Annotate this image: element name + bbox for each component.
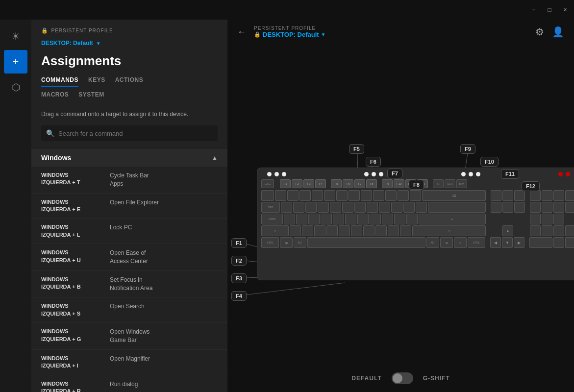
key-f6[interactable]: F6 <box>343 179 353 188</box>
key-num-sub[interactable] <box>565 190 574 201</box>
key-i[interactable] <box>367 202 378 213</box>
key-semicol[interactable] <box>394 214 405 224</box>
key-n[interactable] <box>351 225 362 236</box>
fkey-f1-label[interactable]: F1 <box>231 238 247 248</box>
key-rctrl[interactable]: CTRL <box>468 237 485 248</box>
key-lctrl[interactable]: CTRL <box>261 237 279 248</box>
key-enter[interactable]: ↵ <box>419 214 486 224</box>
key-space[interactable] <box>307 237 425 248</box>
key-comma[interactable] <box>375 225 387 236</box>
key-num-enter-2[interactable] <box>565 237 574 248</box>
key-pgup[interactable] <box>514 190 525 201</box>
minimize-button[interactable]: − <box>530 6 538 14</box>
key-rbracket[interactable] <box>416 202 427 213</box>
key-slash[interactable] <box>400 225 411 236</box>
key-f7[interactable]: F7 <box>354 179 365 188</box>
key-u[interactable] <box>354 202 366 213</box>
key-scroll[interactable]: SCR <box>445 179 455 188</box>
profile-name-2[interactable]: DESKTOP: Default <box>263 31 319 38</box>
key-num-add[interactable] <box>565 202 574 213</box>
tab-keys[interactable]: KEYS <box>88 76 105 87</box>
command-item[interactable]: WINDOWSIZQUIERDA + G Open WindowsGame Ba… <box>31 323 227 350</box>
key-rwin[interactable]: ⊞ <box>440 237 453 248</box>
key-q[interactable] <box>281 202 292 213</box>
key-prtsc[interactable]: PRT <box>433 179 444 188</box>
key-p[interactable] <box>391 202 402 213</box>
key-num3[interactable] <box>553 225 564 236</box>
key-b[interactable] <box>339 225 350 236</box>
command-item[interactable]: WINDOWSIZQUIERDA + B Set Focus inNotific… <box>31 271 227 298</box>
key-d[interactable] <box>308 214 320 224</box>
key-o[interactable] <box>379 202 390 213</box>
fkey-f5-label[interactable]: F5 <box>349 144 364 154</box>
fkey-f4-label[interactable]: F4 <box>231 291 247 301</box>
key-v[interactable] <box>326 225 338 236</box>
key-g[interactable] <box>333 214 344 224</box>
key-tab[interactable]: TAB <box>261 202 280 213</box>
key-numlock[interactable] <box>530 190 541 201</box>
key-backspace[interactable]: ⌫ <box>422 190 486 201</box>
key-lalt[interactable]: ALT <box>294 237 306 248</box>
user-icon[interactable]: 👤 <box>552 26 564 38</box>
mode-toggle[interactable] <box>392 372 413 384</box>
key-l[interactable] <box>382 214 393 224</box>
key-tilde[interactable] <box>261 190 274 201</box>
key-lshift[interactable]: ⇧ <box>261 225 289 236</box>
key-z[interactable] <box>290 225 301 236</box>
sidebar-item-layers[interactable]: ⬡ <box>4 75 27 99</box>
key-f8[interactable]: F8 <box>366 179 377 188</box>
tab-system[interactable]: SYSTEM <box>78 91 104 102</box>
key-9[interactable] <box>373 190 384 201</box>
key-num4[interactable] <box>530 214 541 224</box>
key-f[interactable] <box>321 214 332 224</box>
key-menu[interactable]: ≡ <box>454 237 467 248</box>
key-num5[interactable] <box>542 214 552 224</box>
key-f1[interactable]: F1 <box>280 179 291 188</box>
category-windows-header[interactable]: Windows ▲ <box>31 149 227 167</box>
sidebar-item-assignments[interactable]: + <box>4 50 27 74</box>
fkey-f12-label[interactable]: F12 <box>522 181 540 191</box>
key-lbracket[interactable] <box>403 202 415 213</box>
key-num1[interactable] <box>530 225 541 236</box>
key-num-enter[interactable] <box>565 225 574 236</box>
key-home[interactable] <box>502 190 513 201</box>
key-num0[interactable] <box>529 237 552 248</box>
key-j[interactable] <box>357 214 369 224</box>
fkey-f3-label[interactable]: F3 <box>231 273 247 283</box>
key-0[interactable] <box>385 190 397 201</box>
key-a[interactable] <box>284 214 295 224</box>
key-period[interactable] <box>388 225 399 236</box>
key-pause[interactable]: BRK <box>456 179 467 188</box>
fkey-f7-label[interactable]: F7 <box>387 169 402 178</box>
tab-actions[interactable]: ACTIONS <box>115 76 144 87</box>
command-item[interactable]: WINDOWSIZQUIERDA + U Open Ease ofAccess … <box>31 244 227 271</box>
gear-icon[interactable]: ⚙ <box>535 26 544 38</box>
key-minus[interactable] <box>398 190 409 201</box>
key-num8[interactable] <box>542 202 552 213</box>
key-f3[interactable]: F3 <box>303 179 314 188</box>
key-3[interactable] <box>299 190 311 201</box>
key-f5[interactable]: F5 <box>331 179 342 188</box>
key-f9[interactable]: F9 <box>382 179 393 188</box>
command-item[interactable]: WINDOWSIZQUIERDA + T Cycle Task BarApps <box>31 167 227 194</box>
key-w[interactable] <box>293 202 304 213</box>
key-y[interactable] <box>342 202 353 213</box>
key-s[interactable] <box>296 214 307 224</box>
tab-macros[interactable]: MACROS <box>41 91 69 102</box>
key-backslash[interactable] <box>428 202 486 213</box>
key-rshift[interactable]: ⇧ <box>412 225 486 236</box>
key-ralt[interactable]: ALT <box>426 237 439 248</box>
fkey-f6-label[interactable]: F6 <box>366 157 381 167</box>
profile-name[interactable]: DESKTOP: Default <box>41 40 93 47</box>
key-num-div[interactable] <box>542 190 552 201</box>
key-2[interactable] <box>287 190 299 201</box>
key-left[interactable]: ◀ <box>490 237 501 248</box>
key-num7[interactable] <box>530 202 541 213</box>
key-num9[interactable] <box>553 202 564 213</box>
fkey-f10-label[interactable]: F10 <box>480 157 499 167</box>
key-5[interactable] <box>324 190 335 201</box>
search-input[interactable] <box>58 130 213 137</box>
sidebar-item-sun[interactable]: ☀ <box>4 24 27 48</box>
key-right[interactable]: ▶ <box>514 237 524 248</box>
key-6[interactable] <box>336 190 348 201</box>
